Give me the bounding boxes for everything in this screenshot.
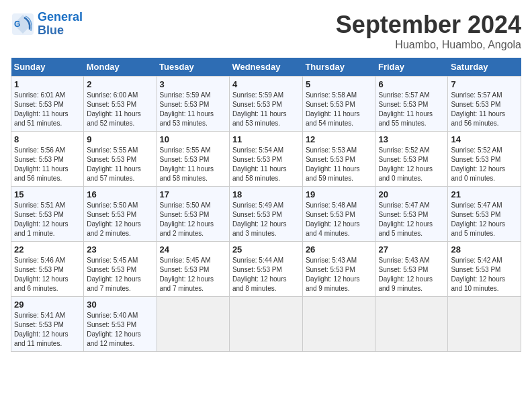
day-number: 17	[160, 189, 226, 199]
day-number: 28	[451, 244, 518, 255]
calendar-cell: 21Sunrise: 5:47 AM Sunset: 5:53 PM Dayli…	[448, 187, 521, 242]
day-detail: Sunrise: 5:49 AM Sunset: 5:53 PM Dayligh…	[232, 201, 300, 238]
day-detail: Sunrise: 5:53 AM Sunset: 5:53 PM Dayligh…	[306, 146, 373, 183]
weekday-header-sunday: Sunday	[11, 58, 84, 77]
calendar-cell: 5Sunrise: 5:58 AM Sunset: 5:53 PM Daylig…	[302, 77, 375, 132]
day-detail: Sunrise: 5:57 AM Sunset: 5:53 PM Dayligh…	[378, 91, 445, 128]
calendar-cell: 3Sunrise: 5:59 AM Sunset: 5:53 PM Daylig…	[157, 77, 229, 132]
day-detail: Sunrise: 5:52 AM Sunset: 5:53 PM Dayligh…	[378, 146, 445, 183]
day-number: 9	[87, 134, 153, 144]
svg-text:G: G	[14, 19, 20, 29]
calendar-cell: 1Sunrise: 6:01 AM Sunset: 5:53 PM Daylig…	[11, 77, 84, 132]
calendar-cell: 30Sunrise: 5:40 AM Sunset: 5:53 PM Dayli…	[84, 297, 157, 352]
weekday-header-row: SundayMondayTuesdayWednesdayThursdayFrid…	[11, 58, 521, 77]
day-number: 19	[306, 189, 373, 199]
calendar-cell: 24Sunrise: 5:45 AM Sunset: 5:53 PM Dayli…	[157, 242, 229, 297]
day-number: 14	[451, 134, 518, 144]
day-number: 18	[232, 189, 300, 199]
calendar-cell	[375, 297, 448, 352]
day-detail: Sunrise: 5:55 AM Sunset: 5:53 PM Dayligh…	[160, 146, 226, 183]
weekday-header-thursday: Thursday	[302, 58, 375, 77]
day-detail: Sunrise: 5:42 AM Sunset: 5:53 PM Dayligh…	[451, 256, 518, 293]
day-detail: Sunrise: 5:44 AM Sunset: 5:53 PM Dayligh…	[232, 256, 300, 293]
calendar-cell: 9Sunrise: 5:55 AM Sunset: 5:53 PM Daylig…	[84, 132, 157, 187]
day-detail: Sunrise: 5:54 AM Sunset: 5:53 PM Dayligh…	[232, 146, 300, 183]
day-detail: Sunrise: 5:46 AM Sunset: 5:53 PM Dayligh…	[14, 256, 81, 293]
day-number: 15	[14, 189, 81, 199]
day-detail: Sunrise: 5:45 AM Sunset: 5:53 PM Dayligh…	[160, 256, 226, 293]
day-detail: Sunrise: 5:48 AM Sunset: 5:53 PM Dayligh…	[306, 201, 373, 238]
weekday-header-saturday: Saturday	[448, 58, 521, 77]
calendar-week-2: 8Sunrise: 5:56 AM Sunset: 5:53 PM Daylig…	[11, 132, 521, 187]
day-number: 21	[451, 189, 518, 199]
calendar-week-1: 1Sunrise: 6:01 AM Sunset: 5:53 PM Daylig…	[11, 77, 521, 132]
calendar-cell: 12Sunrise: 5:53 AM Sunset: 5:53 PM Dayli…	[302, 132, 375, 187]
day-number: 2	[87, 79, 153, 89]
day-detail: Sunrise: 5:55 AM Sunset: 5:53 PM Dayligh…	[87, 146, 153, 183]
calendar-cell: 7Sunrise: 5:57 AM Sunset: 5:53 PM Daylig…	[448, 77, 521, 132]
calendar-cell: 28Sunrise: 5:42 AM Sunset: 5:53 PM Dayli…	[448, 242, 521, 297]
day-number: 23	[87, 244, 153, 255]
day-detail: Sunrise: 6:01 AM Sunset: 5:53 PM Dayligh…	[14, 91, 81, 128]
weekday-header-tuesday: Tuesday	[157, 58, 229, 77]
day-number: 1	[14, 79, 81, 89]
logo-general: General	[38, 11, 83, 24]
calendar-cell: 15Sunrise: 5:51 AM Sunset: 5:53 PM Dayli…	[11, 187, 84, 242]
day-number: 4	[232, 79, 300, 89]
weekday-header-monday: Monday	[84, 58, 157, 77]
day-detail: Sunrise: 5:52 AM Sunset: 5:53 PM Dayligh…	[451, 146, 518, 183]
day-number: 13	[378, 134, 445, 144]
page-header: G General Blue September 2024 Huambo, Hu…	[11, 11, 521, 51]
calendar-week-5: 29Sunrise: 5:41 AM Sunset: 5:53 PM Dayli…	[11, 297, 521, 352]
calendar-week-4: 22Sunrise: 5:46 AM Sunset: 5:53 PM Dayli…	[11, 242, 521, 297]
calendar-cell: 8Sunrise: 5:56 AM Sunset: 5:53 PM Daylig…	[11, 132, 84, 187]
day-number: 25	[232, 244, 300, 255]
day-detail: Sunrise: 5:57 AM Sunset: 5:53 PM Dayligh…	[451, 91, 518, 128]
calendar-cell: 25Sunrise: 5:44 AM Sunset: 5:53 PM Dayli…	[229, 242, 302, 297]
calendar-cell: 2Sunrise: 6:00 AM Sunset: 5:53 PM Daylig…	[84, 77, 157, 132]
day-number: 26	[306, 244, 373, 255]
calendar-cell	[229, 297, 302, 352]
day-detail: Sunrise: 5:47 AM Sunset: 5:53 PM Dayligh…	[378, 201, 445, 238]
day-detail: Sunrise: 6:00 AM Sunset: 5:53 PM Dayligh…	[87, 91, 153, 128]
calendar-cell: 4Sunrise: 5:59 AM Sunset: 5:53 PM Daylig…	[229, 77, 302, 132]
calendar-cell: 6Sunrise: 5:57 AM Sunset: 5:53 PM Daylig…	[375, 77, 448, 132]
calendar-cell	[302, 297, 375, 352]
day-number: 16	[87, 189, 153, 199]
calendar-cell: 16Sunrise: 5:50 AM Sunset: 5:53 PM Dayli…	[84, 187, 157, 242]
calendar-cell: 27Sunrise: 5:43 AM Sunset: 5:53 PM Dayli…	[375, 242, 448, 297]
calendar-cell: 19Sunrise: 5:48 AM Sunset: 5:53 PM Dayli…	[302, 187, 375, 242]
day-detail: Sunrise: 5:40 AM Sunset: 5:53 PM Dayligh…	[87, 311, 153, 349]
calendar-cell: 29Sunrise: 5:41 AM Sunset: 5:53 PM Dayli…	[11, 297, 84, 352]
calendar-cell: 17Sunrise: 5:50 AM Sunset: 5:53 PM Dayli…	[157, 187, 229, 242]
day-detail: Sunrise: 5:59 AM Sunset: 5:53 PM Dayligh…	[160, 91, 226, 128]
day-number: 20	[378, 189, 445, 199]
calendar-cell: 14Sunrise: 5:52 AM Sunset: 5:53 PM Dayli…	[448, 132, 521, 187]
day-detail: Sunrise: 5:50 AM Sunset: 5:53 PM Dayligh…	[87, 201, 153, 238]
calendar-cell: 26Sunrise: 5:43 AM Sunset: 5:53 PM Dayli…	[302, 242, 375, 297]
weekday-header-wednesday: Wednesday	[229, 58, 302, 77]
day-number: 11	[232, 134, 300, 144]
day-number: 22	[14, 244, 81, 255]
calendar-cell: 23Sunrise: 5:45 AM Sunset: 5:53 PM Dayli…	[84, 242, 157, 297]
day-detail: Sunrise: 5:47 AM Sunset: 5:53 PM Dayligh…	[451, 201, 518, 238]
day-detail: Sunrise: 5:51 AM Sunset: 5:53 PM Dayligh…	[14, 201, 81, 238]
day-number: 6	[378, 79, 445, 89]
day-number: 27	[378, 244, 445, 255]
calendar-cell: 18Sunrise: 5:49 AM Sunset: 5:53 PM Dayli…	[229, 187, 302, 242]
calendar-cell	[448, 297, 521, 352]
logo-blue: Blue	[38, 24, 83, 38]
day-detail: Sunrise: 5:59 AM Sunset: 5:53 PM Dayligh…	[232, 91, 300, 128]
day-number: 3	[160, 79, 226, 89]
title-block: September 2024 Huambo, Huambo, Angola	[336, 11, 521, 51]
calendar-cell: 22Sunrise: 5:46 AM Sunset: 5:53 PM Dayli…	[11, 242, 84, 297]
calendar-cell: 11Sunrise: 5:54 AM Sunset: 5:53 PM Dayli…	[229, 132, 302, 187]
logo: G General Blue	[11, 11, 83, 38]
calendar-week-3: 15Sunrise: 5:51 AM Sunset: 5:53 PM Dayli…	[11, 187, 521, 242]
location: Huambo, Huambo, Angola	[336, 39, 521, 51]
day-detail: Sunrise: 5:58 AM Sunset: 5:53 PM Dayligh…	[306, 91, 373, 128]
day-detail: Sunrise: 5:43 AM Sunset: 5:53 PM Dayligh…	[306, 256, 373, 293]
calendar-cell: 13Sunrise: 5:52 AM Sunset: 5:53 PM Dayli…	[375, 132, 448, 187]
weekday-header-friday: Friday	[375, 58, 448, 77]
calendar-cell: 10Sunrise: 5:55 AM Sunset: 5:53 PM Dayli…	[157, 132, 229, 187]
